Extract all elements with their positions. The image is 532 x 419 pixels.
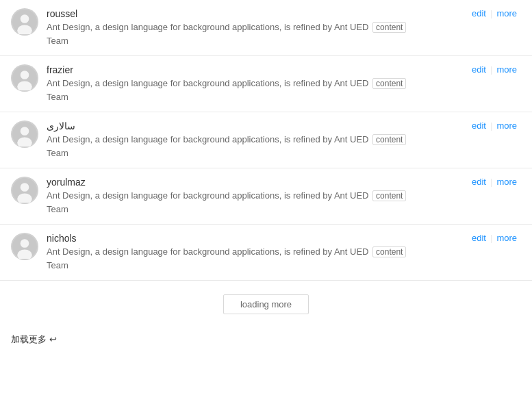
edit-link[interactable]: edit (468, 8, 490, 18)
item-footer: Team (47, 204, 68, 214)
item-content: yorulmazAnt Design, a design language fo… (47, 177, 459, 216)
more-link[interactable]: more (492, 64, 521, 75)
more-link[interactable]: more (492, 233, 521, 243)
avatar (11, 233, 38, 260)
avatar (11, 177, 38, 204)
item-content: rousselAnt Design, a design language for… (47, 8, 459, 47)
item-description: Ant Design, a design language for backgr… (47, 245, 459, 272)
avatar (11, 120, 38, 148)
edit-link[interactable]: edit (468, 120, 490, 131)
edit-link[interactable]: edit (468, 233, 490, 243)
load-more-section: loading more (0, 281, 532, 328)
item-description: Ant Design, a design language for backgr… (47, 21, 459, 47)
list-item: nicholsAnt Design, a design language for… (0, 225, 532, 281)
edit-link[interactable]: edit (468, 64, 490, 75)
item-name: سالاری (47, 120, 459, 131)
footer-label: 加载更多 ↩ (11, 333, 57, 346)
more-link[interactable]: more (492, 120, 521, 131)
list-item: frazierAnt Design, a design language for… (0, 56, 532, 112)
content-badge: content (372, 190, 406, 201)
item-content: nicholsAnt Design, a design language for… (47, 233, 459, 272)
loading-more-button[interactable]: loading more (223, 294, 309, 314)
item-footer: Team (47, 36, 68, 46)
user-list: rousselAnt Design, a design language for… (0, 0, 532, 281)
svg-point-1 (21, 14, 29, 23)
avatar (11, 8, 38, 36)
more-link[interactable]: more (492, 8, 521, 18)
item-footer: Team (47, 148, 68, 158)
avatar (11, 64, 38, 92)
item-actions: edit|more (468, 233, 521, 243)
more-link[interactable]: more (492, 177, 521, 187)
content-badge: content (372, 78, 406, 89)
list-item: سالاریAnt Design, a design language for … (0, 112, 532, 168)
item-actions: edit|more (468, 177, 521, 187)
item-description: Ant Design, a design language for backgr… (47, 189, 459, 216)
svg-point-7 (21, 127, 29, 136)
edit-link[interactable]: edit (468, 177, 490, 187)
item-actions: edit|more (468, 8, 521, 18)
item-footer: Team (47, 260, 68, 270)
list-item: rousselAnt Design, a design language for… (0, 0, 532, 56)
item-actions: edit|more (468, 64, 521, 75)
item-name: yorulmaz (47, 177, 459, 188)
item-content: frazierAnt Design, a design language for… (47, 64, 459, 103)
item-footer: Team (47, 92, 68, 102)
item-name: nichols (47, 233, 459, 244)
content-badge: content (372, 134, 406, 145)
content-badge: content (372, 246, 406, 257)
svg-point-13 (21, 239, 29, 248)
svg-point-4 (21, 71, 29, 79)
footer-hint: 加载更多 ↩ (0, 328, 532, 351)
item-actions: edit|more (468, 120, 521, 131)
content-badge: content (372, 22, 406, 33)
item-name: roussel (47, 8, 459, 19)
svg-point-10 (21, 183, 29, 192)
item-description: Ant Design, a design language for backgr… (47, 133, 459, 160)
item-description: Ant Design, a design language for backgr… (47, 77, 459, 103)
item-name: frazier (47, 64, 459, 75)
list-item: yorulmazAnt Design, a design language fo… (0, 168, 532, 225)
item-content: سالاریAnt Design, a design language for … (47, 120, 459, 160)
